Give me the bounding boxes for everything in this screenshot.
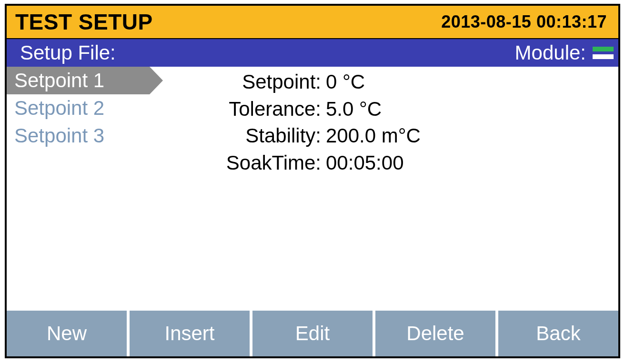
sub-header: Setup File: Module: (7, 39, 618, 67)
back-button[interactable]: Back (498, 311, 618, 356)
device-frame: TEST SETUP 2013-08-15 00:13:17 Setup Fil… (5, 4, 620, 358)
edit-button[interactable]: Edit (252, 311, 373, 356)
insert-button[interactable]: Insert (130, 311, 250, 356)
detail-label: Tolerance: (150, 96, 326, 123)
detail-value: 5.0 °C (326, 96, 382, 123)
module-label: Module: (515, 41, 586, 64)
timestamp: 2013-08-15 00:13:17 (441, 12, 607, 32)
detail-value: 0 °C (326, 69, 365, 96)
delete-button[interactable]: Delete (375, 311, 495, 356)
page-title: TEST SETUP (15, 9, 153, 35)
detail-row-soaktime: SoakTime: 00:05:00 (150, 150, 618, 177)
setpoint-item-label: Setpoint 2 (14, 97, 104, 120)
setpoint-item-1[interactable]: Setpoint 1 (7, 67, 150, 94)
setpoint-item-3[interactable]: Setpoint 3 (7, 122, 150, 150)
detail-label: Stability: (150, 122, 326, 150)
content-area: Setpoint 1 Setpoint 2 Setpoint 3 Setpoin… (7, 67, 618, 311)
setpoint-list: Setpoint 1 Setpoint 2 Setpoint 3 (7, 67, 150, 311)
new-button[interactable]: New (7, 311, 127, 356)
detail-label: SoakTime: (150, 150, 326, 177)
setpoint-item-2[interactable]: Setpoint 2 (7, 94, 150, 122)
title-bar: TEST SETUP 2013-08-15 00:13:17 (7, 6, 618, 39)
setup-file-label: Setup File: (20, 41, 116, 64)
module-status-icon (593, 46, 614, 60)
detail-row-tolerance: Tolerance: 5.0 °C (150, 96, 618, 123)
detail-label: Setpoint: (150, 69, 326, 96)
detail-value: 200.0 m°C (326, 122, 421, 150)
setpoint-item-label: Setpoint 1 (14, 69, 104, 92)
setpoint-item-label: Setpoint 3 (14, 124, 104, 147)
detail-row-stability: Stability: 200.0 m°C (150, 122, 618, 150)
footer-toolbar: New Insert Edit Delete Back (7, 311, 618, 356)
details-panel: Setpoint: 0 °C Tolerance: 5.0 °C Stabili… (150, 67, 618, 311)
detail-row-setpoint: Setpoint: 0 °C (150, 69, 618, 96)
detail-value: 00:05:00 (326, 150, 404, 177)
